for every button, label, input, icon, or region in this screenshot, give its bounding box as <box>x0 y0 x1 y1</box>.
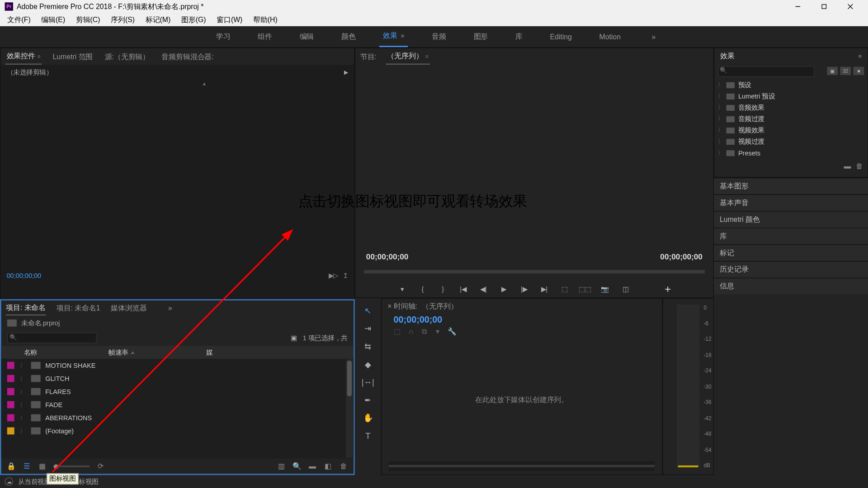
effects-tree-item[interactable]: 〉Presets <box>718 147 864 159</box>
delete-icon[interactable]: 🗑 <box>340 462 348 470</box>
ec-play-icon[interactable]: ▶▷ <box>329 272 338 279</box>
expand-icon[interactable]: 〉 <box>718 115 723 123</box>
expand-icon[interactable]: 〉 <box>718 81 723 89</box>
in-point-icon[interactable]: { <box>418 284 427 294</box>
tab-audio-clip-mixer[interactable]: 音频剪辑混合器: <box>160 49 215 64</box>
maximize-button[interactable] <box>811 0 837 13</box>
menu-graphics[interactable]: 图形(G) <box>178 14 209 24</box>
expand-icon[interactable]: 〉 <box>19 361 26 369</box>
label-swatch[interactable] <box>7 388 14 395</box>
tab-lumetri-scopes[interactable]: Lumetri 范围 <box>52 49 94 64</box>
ec-arrow-icon[interactable]: ▶ <box>344 69 348 75</box>
project-row[interactable]: 〉 FLARES <box>1 385 354 398</box>
workspace-assembly[interactable]: 组件 <box>254 27 275 47</box>
panel-info[interactable]: 信息 <box>714 278 868 295</box>
timeline-zoom-bar[interactable] <box>389 461 655 471</box>
menu-window[interactable]: 窗口(W) <box>213 14 246 24</box>
project-scrollbar[interactable] <box>346 359 353 458</box>
expand-icon[interactable]: 〉 <box>19 401 26 408</box>
step-back-icon[interactable]: ◀| <box>479 284 488 294</box>
pen-tool-icon[interactable]: ✒ <box>361 394 374 407</box>
expand-icon[interactable]: 〉 <box>718 104 723 112</box>
program-timecode-left[interactable]: 00;00;00;00 <box>366 252 408 261</box>
tab-source-monitor[interactable]: 源:（无剪辑） <box>104 49 151 64</box>
slip-tool-icon[interactable]: |↔| <box>361 375 374 389</box>
workspace-color[interactable]: 颜色 <box>338 27 359 47</box>
workspace-graphics[interactable]: 图形 <box>470 27 491 47</box>
sort-icon[interactable]: ⟳ <box>97 462 105 470</box>
automate-icon[interactable]: ▥ <box>277 462 285 470</box>
lift-icon[interactable]: ⬚ <box>560 284 569 294</box>
effects-tree-item[interactable]: 〉Lumetri 预设 <box>718 90 864 102</box>
project-row[interactable]: 〉 FADE <box>1 398 354 411</box>
expand-icon[interactable]: 〉 <box>718 149 723 157</box>
timeline-timecode[interactable]: 00;00;00;00 <box>382 314 662 324</box>
tl-nest-icon[interactable]: ⬚ <box>394 327 401 335</box>
menu-edit[interactable]: 编辑(E) <box>38 14 69 24</box>
ripple-tool-icon[interactable]: ⇆ <box>361 340 374 353</box>
minimize-button[interactable] <box>785 0 811 13</box>
delete-preset-icon[interactable]: 🗑 <box>856 162 863 170</box>
close-button[interactable] <box>837 0 863 13</box>
new-preset-bin-icon[interactable]: ▬ <box>844 162 851 170</box>
ec-export-icon[interactable]: ↥ <box>343 272 348 279</box>
label-swatch[interactable] <box>7 375 14 382</box>
panel-library[interactable]: 库 <box>714 228 868 244</box>
timeline-tab[interactable]: （无序列）≡ <box>422 301 458 311</box>
play-icon[interactable]: ▶ <box>499 284 509 294</box>
project-overflow-icon[interactable]: » <box>168 304 172 312</box>
go-out-icon[interactable]: ▶| <box>539 284 549 294</box>
workspace-motion[interactable]: Motion <box>596 28 624 46</box>
tab-media-browser[interactable]: 媒体浏览器 <box>111 301 146 315</box>
project-row[interactable]: 〉 ABERRATIONS <box>1 411 354 424</box>
workspace-effects[interactable]: 效果≡ <box>379 26 408 47</box>
expand-icon[interactable]: 〉 <box>19 427 26 435</box>
type-tool-icon[interactable]: T <box>361 429 374 442</box>
workspace-editing[interactable]: Editing <box>546 28 575 46</box>
effects-tree-item[interactable]: 〉预设 <box>718 79 864 90</box>
program-tab[interactable]: （无序列）≡ <box>386 49 430 64</box>
compare-icon[interactable]: ◫ <box>621 284 630 294</box>
out-point-icon[interactable]: } <box>438 284 448 294</box>
selection-tool-icon[interactable]: ↖ <box>361 304 374 317</box>
label-swatch[interactable] <box>7 427 14 435</box>
hand-tool-icon[interactable]: ✋ <box>361 411 374 424</box>
writable-icon[interactable]: 🔒 <box>7 462 15 470</box>
label-swatch[interactable] <box>7 401 14 408</box>
panel-markers[interactable]: 标记 <box>714 244 868 261</box>
project-row[interactable]: 〉 MOTION SHAKE <box>1 359 354 372</box>
tl-link-icon[interactable]: ⧉ <box>422 327 427 335</box>
tab-effect-controls[interactable]: 效果控件≡ <box>5 49 42 64</box>
button-editor-icon[interactable]: + <box>665 283 671 296</box>
new-item-icon[interactable]: ◧ <box>324 462 332 470</box>
col-media[interactable]: 媒 <box>206 348 213 357</box>
extract-icon[interactable]: ⬚⬚ <box>580 284 590 294</box>
workspace-audio[interactable]: 音频 <box>428 27 449 47</box>
tl-settings-icon[interactable]: 🔧 <box>448 327 457 335</box>
razor-tool-icon[interactable]: ◆ <box>361 357 374 371</box>
find-icon[interactable]: 🔍 <box>293 462 301 470</box>
effects-tree-item[interactable]: 〉音频效果 <box>718 102 864 113</box>
effects-search-input[interactable] <box>718 66 815 77</box>
col-framerate[interactable]: 帧速率ㅅ <box>108 348 135 357</box>
workspace-editing-cn[interactable]: 编辑 <box>296 27 317 47</box>
panel-essential-sound[interactable]: 基本声音 <box>714 194 868 211</box>
zoom-slider[interactable] <box>54 465 90 467</box>
fx-toggle-accel-icon[interactable]: ▣ <box>827 67 838 75</box>
go-in-icon[interactable]: |◀ <box>458 284 468 294</box>
menu-markers[interactable]: 标记(M) <box>142 14 174 24</box>
icon-view-button[interactable]: ▦ <box>38 462 46 470</box>
panel-history[interactable]: 历史记录 <box>714 261 868 278</box>
label-swatch[interactable] <box>7 414 14 422</box>
filter-bin-icon[interactable]: ▣ <box>291 334 297 342</box>
ec-collapse-icon[interactable]: ▲ <box>202 80 207 86</box>
fx-toggle-yuv-icon[interactable]: ■ <box>853 67 864 75</box>
expand-icon[interactable]: 〉 <box>718 92 723 100</box>
project-row[interactable]: 〉 (Footage) <box>1 424 354 437</box>
tl-marker-icon[interactable]: ▾ <box>436 327 439 335</box>
program-scrubbar[interactable] <box>355 264 713 281</box>
workspace-overflow-icon[interactable]: » <box>652 33 656 41</box>
menu-file[interactable]: 文件(F) <box>4 14 34 24</box>
effects-tree-item[interactable]: 〉视频过渡 <box>718 136 864 147</box>
new-bin-icon[interactable]: ▬ <box>308 462 316 470</box>
